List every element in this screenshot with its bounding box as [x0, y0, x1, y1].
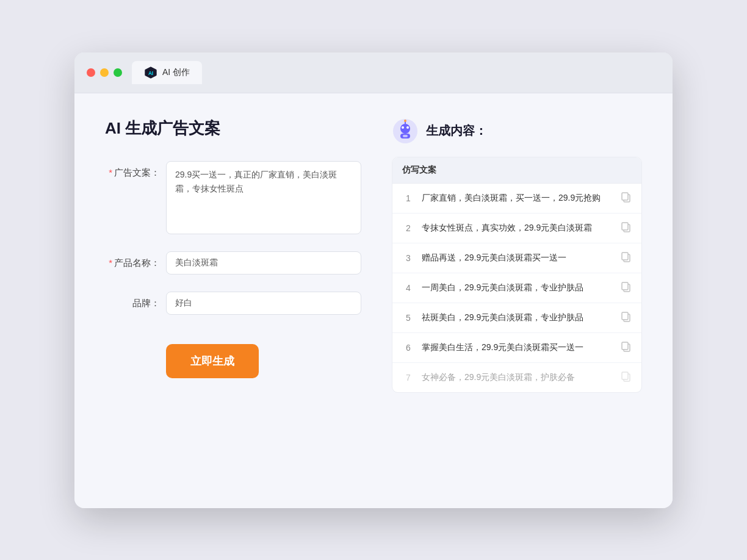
copy-button[interactable] [621, 371, 632, 384]
table-row: 2专抹女性斑点，真实功效，29.9元美白淡斑霜 [392, 214, 641, 243]
svg-rect-19 [622, 312, 628, 320]
minimize-button[interactable] [100, 68, 109, 77]
table-row: 5祛斑美白，29.9元美白淡斑霜，专业护肤品 [392, 303, 641, 333]
browser-window: AI AI 创作 AI 生成广告文案 *广告文案： 29.9买一送一，真正的厂家… [74, 52, 673, 508]
required-mark-1: * [109, 167, 112, 178]
generate-button[interactable]: 立即生成 [166, 344, 259, 378]
svg-point-4 [402, 126, 404, 129]
row-text: 赠品再送，29.9元美白淡斑霜买一送一 [422, 251, 613, 264]
table-header: 仿写文案 [392, 157, 641, 184]
row-text: 女神必备，29.9元美白淡斑霜，护肤必备 [422, 371, 613, 384]
svg-rect-21 [622, 342, 628, 350]
brand-label: 品牌： [105, 292, 160, 309]
copy-button[interactable] [621, 192, 632, 205]
result-table: 仿写文案 1厂家直销，美白淡斑霜，买一送一，29.9元抢购 2专抹女性斑点，真实… [392, 157, 642, 393]
table-row: 4一周美白，29.9元美白淡斑霜，专业护肤品 [392, 273, 641, 303]
table-row: 6掌握美白生活，29.9元美白淡斑霜买一送一 [392, 333, 641, 363]
close-button[interactable] [87, 68, 95, 77]
row-number: 1 [402, 193, 414, 203]
title-bar: AI AI 创作 [74, 52, 673, 93]
svg-rect-13 [622, 223, 628, 230]
row-text: 厂家直销，美白淡斑霜，买一送一，29.9元抢购 [422, 192, 613, 204]
copy-button[interactable] [621, 251, 632, 265]
tab-label: AI 创作 [162, 67, 190, 78]
svg-rect-7 [403, 135, 408, 137]
svg-point-3 [400, 124, 410, 134]
maximize-button[interactable] [114, 68, 122, 77]
svg-point-9 [404, 120, 406, 122]
row-number: 2 [402, 223, 414, 233]
row-number: 7 [402, 373, 414, 382]
row-number: 3 [402, 253, 414, 263]
table-row: 1厂家直销，美白淡斑霜，买一送一，29.9元抢购 [392, 184, 641, 214]
product-name-group: *产品名称： 美白淡斑霜 [105, 251, 361, 275]
right-panel: 生成内容： 仿写文案 1厂家直销，美白淡斑霜，买一送一，29.9元抢购 2专抹女… [392, 118, 642, 484]
left-panel: AI 生成广告文案 *广告文案： 29.9买一送一，真正的厂家直销，美白淡斑霜，… [105, 118, 361, 484]
row-number: 6 [402, 343, 414, 353]
svg-rect-15 [622, 253, 628, 260]
product-name-label: *产品名称： [105, 251, 160, 269]
svg-rect-23 [622, 372, 628, 379]
brand-input[interactable]: 好白 [166, 292, 361, 315]
brand-group: 品牌： 好白 [105, 292, 361, 315]
traffic-lights [87, 68, 122, 77]
ad-copy-input[interactable]: 29.9买一送一，真正的厂家直销，美白淡斑霜，专抹女性斑点 [166, 161, 361, 234]
svg-point-5 [406, 126, 409, 129]
row-text: 掌握美白生活，29.9元美白淡斑霜买一送一 [422, 341, 613, 354]
row-number: 5 [402, 313, 414, 323]
copy-button[interactable] [621, 311, 632, 325]
result-header: 生成内容： [392, 118, 642, 145]
page-title: AI 生成广告文案 [105, 118, 361, 139]
ad-copy-group: *广告文案： 29.9买一送一，真正的厂家直销，美白淡斑霜，专抹女性斑点 [105, 161, 361, 234]
row-text: 一周美白，29.9元美白淡斑霜，专业护肤品 [422, 281, 613, 294]
product-name-input[interactable]: 美白淡斑霜 [166, 251, 361, 275]
content-area: AI 生成广告文案 *广告文案： 29.9买一送一，真正的厂家直销，美白淡斑霜，… [74, 93, 673, 508]
table-row: 3赠品再送，29.9元美白淡斑霜买一送一 [392, 243, 641, 273]
row-text: 祛斑美白，29.9元美白淡斑霜，专业护肤品 [422, 311, 613, 324]
svg-rect-11 [622, 193, 628, 200]
ad-copy-label: *广告文案： [105, 161, 160, 179]
copy-button[interactable] [621, 341, 632, 354]
copy-button[interactable] [621, 221, 632, 235]
ai-tab-icon: AI [144, 66, 157, 79]
result-title: 生成内容： [426, 123, 487, 139]
table-row: 7女神必备，29.9元美白淡斑霜，护肤必备 [392, 363, 641, 392]
row-text: 专抹女性斑点，真实功效，29.9元美白淡斑霜 [422, 221, 613, 234]
bot-icon [392, 118, 419, 145]
svg-text:AI: AI [148, 70, 153, 76]
copy-button[interactable] [621, 281, 632, 295]
result-rows-container: 1厂家直销，美白淡斑霜，买一送一，29.9元抢购 2专抹女性斑点，真实功效，29… [392, 184, 641, 392]
row-number: 4 [402, 283, 414, 293]
ai-creation-tab[interactable]: AI AI 创作 [132, 61, 202, 84]
required-mark-2: * [109, 257, 112, 268]
svg-rect-17 [622, 282, 628, 290]
